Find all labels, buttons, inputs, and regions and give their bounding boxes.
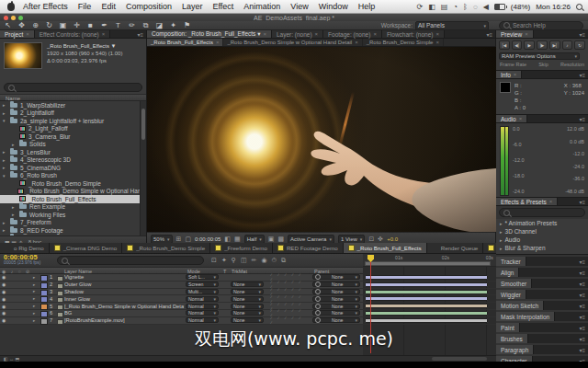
menu-item[interactable]: File <box>78 2 92 11</box>
tool-icon[interactable]: ✥ <box>17 22 26 29</box>
project-tree-item[interactable]: 5_CinemaDNG <box>0 164 146 172</box>
panel-menu-icon[interactable] <box>579 72 588 78</box>
status-icon[interactable]: ◧ <box>428 3 435 11</box>
eye-icon[interactable] <box>2 303 6 309</box>
spotlight-icon[interactable] <box>576 4 582 10</box>
mask-visibility-icon[interactable]: ▢ <box>185 236 191 243</box>
panel-tab[interactable]: Tracker <box>496 257 526 266</box>
status-icon[interactable]: ◌ <box>473 3 478 11</box>
panel-menu-icon[interactable] <box>579 116 588 122</box>
mode-dropdown[interactable]: Normal <box>186 296 219 302</box>
trkmat-dropdown[interactable]: None <box>231 282 264 287</box>
parent-dropdown[interactable]: None <box>312 304 360 309</box>
project-tree-item[interactable]: 2_Lightfalloff <box>0 109 146 118</box>
pixel-aspect-icon[interactable]: ⊡ <box>368 236 374 243</box>
twirl-icon[interactable] <box>12 212 17 217</box>
project-tree-item[interactable]: _Roto Brush_Demo Simple <box>0 179 146 188</box>
menu-item[interactable]: Layer <box>182 2 203 11</box>
project-tree-item[interactable]: 1_WarpStabilizer <box>0 101 146 109</box>
tool-icon[interactable]: ⚑ <box>183 22 191 29</box>
motion-blur-icon[interactable]: ✏ <box>252 257 257 264</box>
eye-icon[interactable] <box>2 282 6 288</box>
project-tree-item[interactable]: Solids <box>0 235 146 236</box>
panel-tab[interactable]: Footage: (none) <box>323 30 382 38</box>
panel-menu-icon[interactable] <box>579 270 588 276</box>
viewer-timecode[interactable]: 0:00:00:05 <box>195 236 220 242</box>
project-tree-item[interactable]: 3_Camera_Blur <box>0 132 146 141</box>
timeline-layer-row[interactable]: 7 [RotoBrushExample.mov] Normal None ∕ ∕… <box>0 317 496 325</box>
twirl-icon[interactable] <box>3 165 7 170</box>
project-scrollbar[interactable] <box>140 101 146 236</box>
timeline-layer-row[interactable]: 6 BG Normal None ∕ ∕ ∕ ∕ ∕ ∕ None <box>0 310 496 317</box>
panel-tab[interactable]: Audio <box>496 115 527 122</box>
composition-viewer[interactable] <box>147 47 496 232</box>
tool-icon[interactable]: ↻ <box>45 22 53 29</box>
work-area-bar[interactable] <box>365 261 491 266</box>
layer-twirl-icon[interactable] <box>33 303 35 309</box>
layer-twirl-icon[interactable] <box>33 317 35 324</box>
layer-duration-bar[interactable] <box>365 282 488 287</box>
timeline-tab[interactable]: 2_Light_Falloff <box>483 243 496 253</box>
parent-dropdown[interactable]: None <box>312 317 360 323</box>
view-layout-dropdown[interactable]: 1 View <box>338 235 365 244</box>
eye-icon[interactable] <box>2 274 6 281</box>
fast-preview-icon[interactable]: ✜ <box>378 236 383 243</box>
project-tree-item[interactable]: Ren Example <box>0 203 146 212</box>
magnification-dropdown[interactable]: 50% <box>151 235 173 244</box>
status-icon[interactable]: ◀ <box>483 3 489 11</box>
tool-icon[interactable]: ↖ <box>4 22 12 29</box>
panel-menu-icon[interactable] <box>579 292 588 298</box>
layer-name[interactable]: BG <box>64 310 184 316</box>
timeline-layer-row[interactable]: 5 [_Roto Brush_Demo Simple w Optional Ha… <box>0 303 496 310</box>
project-tree-item[interactable]: _Roto Brush_Full_Effects <box>0 195 146 203</box>
layer-duration-bar[interactable] <box>365 296 488 301</box>
ram-preview-dropdown[interactable]: RAM Preview Options <box>499 52 580 60</box>
timeline-horizontal-scrollbar[interactable] <box>432 357 487 361</box>
panel-menu-icon[interactable] <box>579 31 588 38</box>
tool-icon[interactable]: T <box>114 22 122 29</box>
layer-twirl-icon[interactable] <box>33 289 35 295</box>
transport-button[interactable]: ↻ <box>574 40 585 50</box>
timeline-layer-row[interactable]: 1 Vignette Soft L... ∕ ∕ ∕ ∕ ∕ ∕ None <box>0 274 496 282</box>
tool-icon[interactable]: ▣ <box>59 22 67 29</box>
panel-tab[interactable]: Project <box>0 30 35 38</box>
panel-tab[interactable]: Composition: _Roto Brush_Full_Effects ▾ <box>147 30 272 38</box>
timeline-tab[interactable]: _Freeform Demo <box>210 243 273 253</box>
project-tree-item[interactable]: Solids <box>0 141 146 149</box>
draft3d-icon[interactable]: ✦ <box>221 257 227 264</box>
mode-dropdown[interactable]: Multi... <box>186 289 219 294</box>
project-tree-item[interactable]: 8_RED Footage <box>0 226 146 235</box>
snapshot-icon[interactable]: ◧ <box>224 236 231 243</box>
layer-switches[interactable]: ∕ ∕ ∕ ∕ ∕ ∕ <box>271 317 310 324</box>
panel-tab[interactable]: Effect Controls: (none) <box>35 30 110 38</box>
trkmat-dropdown[interactable]: None <box>231 304 264 309</box>
twirl-icon[interactable] <box>3 220 7 225</box>
search-help-box[interactable]: Search Help <box>499 21 583 30</box>
eye-icon[interactable] <box>2 310 6 316</box>
panel-menu-icon[interactable] <box>579 303 588 309</box>
panel-tab[interactable]: Mask Interpolation <box>496 312 555 321</box>
menu-item[interactable]: Animation <box>243 2 280 11</box>
shy-layers-icon[interactable]: ⚲ <box>232 257 236 264</box>
transparency-grid-icon[interactable]: ▩ <box>277 236 284 243</box>
menu-item[interactable]: Help <box>358 2 376 11</box>
effects-category[interactable]: * Animation Presets <box>496 219 588 227</box>
menu-item[interactable]: Window <box>319 2 348 11</box>
layer-twirl-icon[interactable] <box>33 310 35 316</box>
project-tree-item[interactable]: _Roto Brush_Demo Simple w Optional Hand … <box>0 188 146 196</box>
transport-button[interactable]: |◀ <box>499 40 510 50</box>
transport-button[interactable]: |▶ <box>537 40 548 50</box>
trkmat-dropdown[interactable]: None <box>231 317 264 323</box>
twirl-icon[interactable] <box>12 142 17 147</box>
panel-tab[interactable]: Flowchart: (none) <box>382 30 445 38</box>
layer-name[interactable]: Outer Glow <box>64 282 184 288</box>
time-ruler[interactable]: 01s02s03s <box>363 254 496 267</box>
trkmat-dropdown[interactable]: None <box>231 310 264 316</box>
timeline-tab[interactable]: Render Queue <box>427 243 484 253</box>
comp-tab[interactable]: _Roto Brush_Demo Simple w Optional Hand … <box>223 39 362 46</box>
menu-item[interactable]: View <box>290 2 308 11</box>
panel-tab[interactable]: Effects & Presets <box>496 198 558 205</box>
menu-clock[interactable]: Mon 16:26 <box>536 3 571 11</box>
layer-duration-bar[interactable] <box>365 290 488 294</box>
mode-dropdown[interactable]: Screen <box>186 282 219 287</box>
